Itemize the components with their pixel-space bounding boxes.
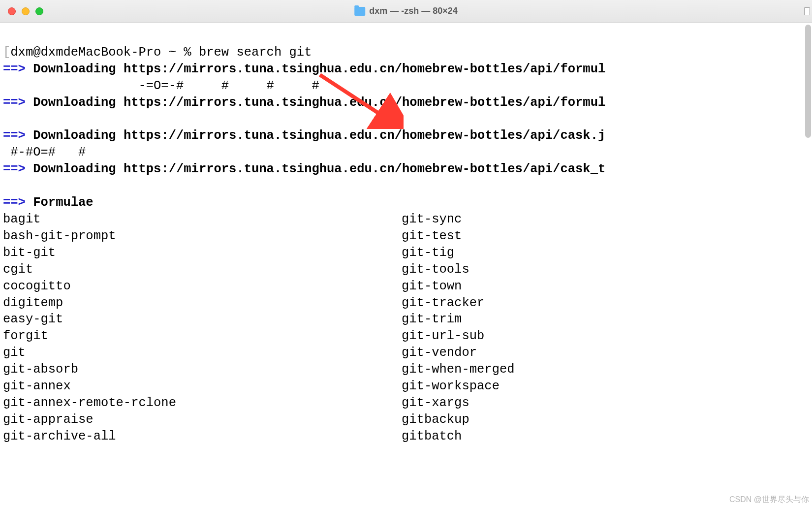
titlebar: dxm — -zsh — 80×24 (0, 0, 812, 23)
prompt-userhost: dxm@dxmdeMacBook-Pro (10, 45, 161, 60)
list-item: git (3, 346, 26, 360)
download-url: https://mirrors.tuna.tsinghua.edu.cn/hom… (124, 162, 605, 176)
download-label: Downloading (33, 128, 116, 143)
minimize-icon[interactable] (22, 7, 30, 15)
formulae-columns: bagit bash-git-prompt bit-git cgit cocog… (3, 211, 810, 445)
list-item: easy-git (3, 312, 63, 326)
download-label: Downloading (33, 162, 116, 176)
list-item: bash-git-prompt (3, 229, 116, 243)
maximize-icon[interactable] (35, 7, 43, 15)
list-item: git-absorb (3, 362, 78, 377)
download-label: Downloading (33, 62, 116, 76)
list-item: git-trim (402, 312, 462, 326)
folder-icon (354, 7, 365, 16)
list-item: git-tig (402, 246, 454, 260)
terminal-body[interactable]: [dxm@dxmdeMacBook-Pro ~ % brew search gi… (0, 23, 812, 506)
window-title-text: dxm — -zsh — 80×24 (369, 6, 458, 16)
section-heading: Formulae (33, 195, 93, 210)
list-item: git-sync (402, 212, 462, 226)
download-url: https://mirrors.tuna.tsinghua.edu.cn/hom… (124, 95, 605, 110)
list-item: git-url-sub (402, 329, 484, 343)
watermark: CSDN @世界尽头与你 (729, 495, 809, 505)
list-item: gitbatch (402, 429, 462, 443)
traffic-lights (8, 7, 43, 15)
formulae-col-left: bagit bash-git-prompt bit-git cgit cocog… (3, 211, 402, 445)
page-icon (804, 7, 810, 15)
list-item: git-annex (3, 379, 71, 393)
list-item: git-workspace (402, 379, 500, 393)
list-item: git-tracker (402, 296, 484, 310)
list-item: git-appraise (3, 412, 94, 427)
list-item: git-annex-remote-rclone (3, 396, 176, 410)
list-item: git-vendor (402, 346, 477, 360)
download-url: https://mirrors.tuna.tsinghua.edu.cn/hom… (124, 62, 605, 76)
list-item: cgit (3, 262, 33, 277)
list-item: git-when-merged (402, 362, 515, 377)
window-title: dxm — -zsh — 80×24 (354, 6, 458, 16)
arrow-icon: ==> (3, 95, 26, 110)
list-item: gitbackup (402, 412, 469, 427)
progress-bar: -=O=-# # # # (3, 79, 319, 93)
list-item: git-xargs (402, 396, 469, 410)
progress-bar: #-#O=# # (3, 145, 86, 159)
list-item: cocogitto (3, 279, 71, 293)
arrow-icon: ==> (3, 62, 26, 76)
terminal-window: dxm — -zsh — 80×24 [dxm@dxmdeMacBook-Pro… (0, 0, 812, 506)
list-item: bit-git (3, 246, 56, 260)
scrollbar[interactable] (805, 25, 811, 138)
list-item: git-tools (402, 262, 469, 277)
arrow-icon: ==> (3, 128, 26, 143)
list-item: git-town (402, 279, 462, 293)
prompt-bracket: [ (3, 45, 10, 60)
prompt-command: brew search git (199, 45, 312, 60)
close-icon[interactable] (8, 7, 16, 15)
list-item: forgit (3, 329, 48, 343)
list-item: git-test (402, 229, 462, 243)
arrow-icon: ==> (3, 195, 26, 210)
formulae-col-right: git-sync git-test git-tig git-tools git-… (402, 211, 800, 445)
arrow-icon: ==> (3, 162, 26, 176)
list-item: digitemp (3, 296, 63, 310)
download-url: https://mirrors.tuna.tsinghua.edu.cn/hom… (124, 128, 605, 143)
prompt-path: ~ % (161, 45, 199, 60)
download-label: Downloading (33, 95, 116, 110)
list-item: git-archive-all (3, 429, 116, 443)
list-item: bagit (3, 212, 41, 226)
